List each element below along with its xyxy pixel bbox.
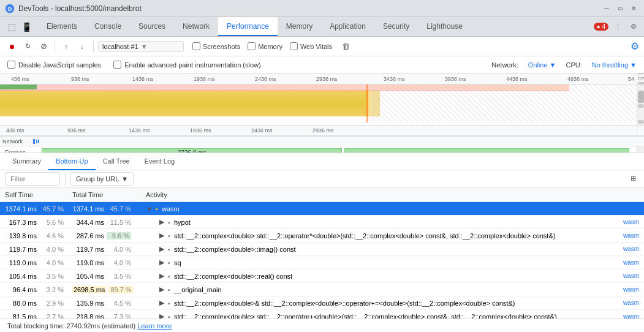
- tab-call-tree[interactable]: Call Tree: [96, 153, 137, 170]
- cell-total-time-0: 1374.1 ms 45.7 %: [72, 205, 146, 213]
- bottom-tick-1: 936 ms: [67, 127, 86, 134]
- inspect-btn[interactable]: ⬚: [5, 20, 18, 34]
- collapse-btn[interactable]: ⊞: [627, 173, 639, 185]
- tab-memory[interactable]: Memory: [278, 17, 321, 36]
- bottom-tick-3: 1936 ms: [190, 127, 211, 134]
- tab-security[interactable]: Security: [374, 17, 418, 36]
- clear-btn[interactable]: ⊘: [37, 40, 50, 53]
- network-select[interactable]: Online ▼: [528, 61, 556, 69]
- disable-js-samples-checkbox[interactable]: [7, 61, 15, 69]
- close-btn[interactable]: ✕: [628, 3, 639, 14]
- filter-input[interactable]: [5, 172, 60, 186]
- expand-arrow-1[interactable]: ▶: [158, 218, 165, 226]
- expand-arrow-8[interactable]: ▶: [158, 312, 165, 319]
- screenshots-checkbox[interactable]: [192, 42, 200, 50]
- table-row[interactable]: 88.0 ms 2.9 % 135.9 ms 4.5 % ▶ ▪ std::__…: [0, 296, 644, 310]
- wasm-link-6[interactable]: wasm: [623, 286, 639, 293]
- ruler-tick-5: 2936 ms: [316, 76, 338, 82]
- learn-more-link[interactable]: Learn more: [137, 322, 172, 330]
- wasm-link-7[interactable]: wasm: [623, 300, 639, 306]
- expand-arrow-2[interactable]: ▶: [158, 232, 165, 240]
- expand-arrow-0[interactable]: ▼: [146, 205, 153, 213]
- record-btn[interactable]: ⏺: [5, 40, 18, 53]
- wasm-link-2[interactable]: wasm: [623, 232, 639, 239]
- top-tab-bar: ⬚ 📱 Elements Console Sources Network Per…: [0, 17, 644, 37]
- reload-record-btn[interactable]: ↻: [21, 40, 34, 53]
- timeline-chart[interactable]: [0, 85, 644, 125]
- download-btn[interactable]: ↓: [75, 40, 89, 53]
- wasm-link-1[interactable]: wasm: [623, 219, 639, 225]
- scrollbar-btn-down[interactable]: [638, 104, 644, 108]
- table-row[interactable]: 1374.1 ms 45.7 % 1374.1 ms 45.7 % ▼ ▪ wa…: [0, 202, 644, 216]
- expand-arrow-7[interactable]: ▶: [158, 299, 165, 307]
- frames-bar: 2726.0 ms: [42, 148, 342, 154]
- tab-elements[interactable]: Elements: [38, 17, 86, 36]
- cell-activity-8: ▶ ▪ std::__2::complex<double> std::__2::…: [146, 312, 639, 319]
- expand-arrow-5[interactable]: ▶: [158, 272, 165, 280]
- wasm-link-8[interactable]: wasm: [623, 313, 639, 319]
- expand-arrow-6[interactable]: ▶: [158, 285, 165, 293]
- timeline-scrollbar-thumb[interactable]: [638, 91, 644, 103]
- table-row[interactable]: 119.0 ms 4.0 % 119.0 ms 4.0 % ▶ ▪ sq was…: [0, 256, 644, 270]
- wasm-link-3[interactable]: wasm: [623, 246, 639, 252]
- screenshots-checkbox-label[interactable]: Screenshots: [192, 42, 240, 50]
- filter-right: ⊞: [627, 173, 639, 185]
- table-row[interactable]: 167.3 ms 5.6 % 344.4 ms 11.5 % ▶ ▪ hypot…: [0, 216, 644, 229]
- cpu-select[interactable]: No throttling ▼: [592, 61, 637, 69]
- table-row[interactable]: 81.5 ms 2.7 % 218.8 ms 7.3 % ▶ ▪ std::__…: [0, 310, 644, 319]
- maximize-btn[interactable]: ▭: [615, 3, 626, 14]
- timeline-scrollbar-v[interactable]: [637, 85, 644, 125]
- tab-network[interactable]: Network: [174, 17, 218, 36]
- memory-checkbox-label[interactable]: Memory: [248, 42, 282, 50]
- bottom-tabs: Summary Bottom-Up Call Tree Event Log: [0, 153, 644, 170]
- bottom-tick-0: 436 ms: [6, 127, 25, 134]
- folder-icon-7: ▪: [168, 300, 170, 307]
- tab-console[interactable]: Console: [86, 17, 130, 36]
- wasm-link-4[interactable]: wasm: [623, 259, 639, 266]
- folder-icon-6: ▪: [168, 286, 170, 293]
- table-row[interactable]: 105.4 ms 3.5 % 105.4 ms 3.5 % ▶ ▪ std::_…: [0, 270, 644, 283]
- scrollbar-btn-up[interactable]: [638, 120, 644, 124]
- disable-js-samples-label[interactable]: Disable JavaScript samples: [7, 61, 101, 69]
- bottom-tick-2: 1436 ms: [129, 127, 150, 134]
- perf-settings-btn[interactable]: ⚙: [631, 41, 639, 51]
- enable-advanced-paint-checkbox[interactable]: [113, 61, 121, 69]
- webvitals-checkbox-label[interactable]: Web Vitals: [290, 42, 332, 50]
- ruler-tick-1: 936 ms: [71, 76, 89, 82]
- expand-arrow-4[interactable]: ▶: [158, 258, 165, 266]
- group-by-select[interactable]: Group by URL ▼: [70, 172, 134, 186]
- expand-arrow-3[interactable]: ▶: [158, 245, 165, 253]
- tab-summary[interactable]: Summary: [5, 153, 48, 170]
- network-bar: [38, 140, 39, 143]
- tab-sources[interactable]: Sources: [130, 17, 174, 36]
- table-row[interactable]: 96.4 ms 3.2 % 2698.5 ms 89.7 % ▶ ▪ __ori…: [0, 283, 644, 296]
- table-row[interactable]: 119.7 ms 4.0 % 119.7 ms 4.0 % ▶ ▪ std::_…: [0, 243, 644, 256]
- url-dropdown[interactable]: ▼: [141, 43, 148, 50]
- tab-performance[interactable]: Performance: [218, 17, 278, 36]
- upload-btn[interactable]: ↑: [59, 40, 73, 53]
- clear-recordings-btn[interactable]: 🗑: [342, 42, 350, 51]
- minimize-btn[interactable]: ─: [601, 3, 612, 14]
- settings-gear-btn[interactable]: ⚙: [627, 20, 640, 34]
- tab-bottom-up[interactable]: Bottom-Up: [48, 153, 96, 170]
- cell-activity-4: ▶ ▪ sq wasm: [146, 258, 639, 266]
- enable-advanced-paint-label[interactable]: Enable advanced paint instrumentation (s…: [113, 61, 261, 69]
- cell-self-time-2: 139.8 ms 4.6 %: [5, 232, 72, 240]
- table-row[interactable]: 139.8 ms 4.6 % 287.6 ms 9.6 % ▶ ▪ std::_…: [0, 229, 644, 243]
- cell-total-time-4: 119.0 ms 4.0 %: [72, 259, 146, 266]
- folder-icon-4: ▪: [168, 259, 170, 266]
- cell-self-time-4: 119.0 ms 4.0 %: [5, 259, 72, 266]
- wasm-link-5[interactable]: wasm: [623, 273, 639, 279]
- timeline-area: 436 ms 936 ms 1436 ms 1936 ms 2436 ms 29…: [0, 74, 644, 153]
- url-display: localhost #1 ▼: [98, 41, 184, 52]
- device-btn[interactable]: 📱: [20, 20, 33, 34]
- tab-application[interactable]: Application: [321, 17, 374, 36]
- memory-checkbox[interactable]: [248, 42, 256, 50]
- cell-activity-6: ▶ ▪ __original_main wasm: [146, 285, 639, 293]
- frames-chart[interactable]: 2726.0 ms: [42, 148, 637, 154]
- tab-lighthouse[interactable]: Lighthouse: [418, 17, 471, 36]
- tab-event-log[interactable]: Event Log: [137, 153, 183, 170]
- more-tools-btn[interactable]: ⋮: [611, 20, 624, 34]
- col-header-self-time: Self Time: [5, 191, 72, 198]
- webvitals-checkbox[interactable]: [290, 42, 298, 50]
